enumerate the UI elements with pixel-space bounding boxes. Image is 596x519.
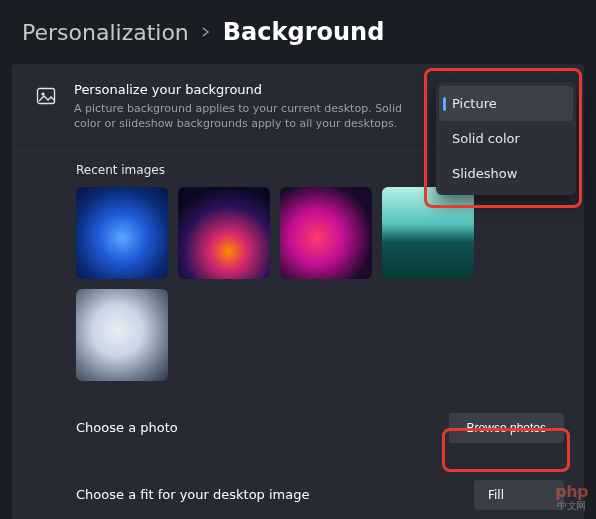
svg-rect-0: [38, 89, 55, 104]
svg-point-1: [41, 92, 44, 95]
personalize-description: A picture background applies to your cur…: [74, 101, 404, 132]
browse-photos-button[interactable]: Browse photos: [449, 413, 564, 443]
choose-photo-label: Choose a photo: [32, 420, 178, 435]
dropdown-option-slideshow[interactable]: Slideshow: [436, 156, 576, 191]
recent-thumb[interactable]: [76, 187, 168, 279]
chevron-right-icon: [201, 24, 211, 40]
breadcrumb-parent[interactable]: Personalization: [22, 20, 189, 45]
recent-thumb[interactable]: [178, 187, 270, 279]
watermark-subtext: 中文网: [555, 499, 588, 513]
recent-thumb[interactable]: [382, 187, 474, 279]
recent-thumb[interactable]: [76, 289, 168, 381]
background-type-dropdown: Picture Solid color Slideshow: [436, 82, 576, 195]
dropdown-option-picture[interactable]: Picture: [439, 86, 573, 121]
breadcrumb-current: Background: [223, 18, 385, 46]
recent-thumb[interactable]: [280, 187, 372, 279]
recent-images-grid: [12, 187, 584, 395]
image-icon: [32, 86, 60, 106]
dropdown-option-solid-color[interactable]: Solid color: [436, 121, 576, 156]
choose-photo-row: Choose a photo Browse photos: [12, 395, 584, 461]
choose-fit-label: Choose a fit for your desktop image: [32, 487, 310, 502]
breadcrumb: Personalization Background: [0, 0, 596, 64]
choose-fit-row: Choose a fit for your desktop image Fill: [12, 461, 584, 519]
watermark: php 中文网: [555, 482, 588, 513]
fit-select[interactable]: Fill: [474, 480, 564, 510]
